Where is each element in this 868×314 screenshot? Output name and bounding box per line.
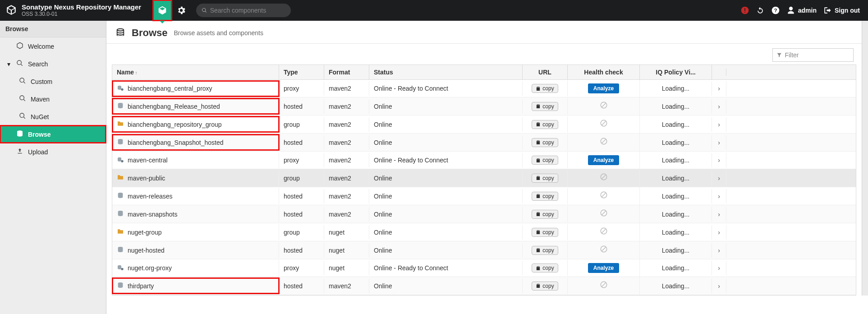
sidebar-item-maven[interactable]: Maven bbox=[0, 90, 106, 108]
repo-name: maven-central bbox=[128, 157, 168, 164]
column-header[interactable]: URL bbox=[523, 65, 568, 79]
repo-group-icon bbox=[117, 174, 124, 182]
row-expand-chevron[interactable]: › bbox=[712, 243, 726, 258]
table-row[interactable]: maven-snapshotshostedmaven2OnlinecopyLoa… bbox=[112, 205, 856, 223]
copy-url-button[interactable]: copy bbox=[532, 84, 558, 93]
nav-admin-button[interactable] bbox=[172, 0, 191, 21]
copy-url-button[interactable]: copy bbox=[532, 246, 558, 255]
repo-status: Online bbox=[369, 279, 523, 293]
column-header[interactable]: Name↑ bbox=[112, 65, 279, 79]
column-header[interactable]: Status bbox=[369, 65, 523, 79]
copy-url-button[interactable]: copy bbox=[532, 210, 558, 219]
repo-name: nuget-hosted bbox=[128, 247, 165, 254]
copy-url-button[interactable]: copy bbox=[532, 263, 558, 272]
row-expand-chevron[interactable]: › bbox=[712, 171, 726, 185]
clipboard-icon bbox=[536, 212, 541, 217]
sort-asc-icon: ↑ bbox=[135, 70, 138, 75]
column-header[interactable]: Health check bbox=[568, 65, 640, 79]
table-row[interactable]: bianchengbang_Release_hostedhostedmaven2… bbox=[112, 97, 856, 115]
analyze-button[interactable]: Analyze bbox=[588, 263, 619, 273]
table-row[interactable]: maven-releaseshostedmaven2OnlinecopyLoad… bbox=[112, 187, 856, 205]
row-expand-chevron[interactable]: › bbox=[712, 99, 726, 114]
repo-name: nuget.org-proxy bbox=[128, 264, 172, 272]
table-row[interactable]: maven-centralproxymaven2Online - Ready t… bbox=[112, 152, 856, 169]
table-row[interactable]: maven-publicgroupmaven2OnlinecopyLoading… bbox=[112, 169, 856, 187]
copy-url-button[interactable]: copy bbox=[532, 282, 558, 291]
row-expand-chevron[interactable]: › bbox=[712, 261, 726, 275]
scrollbar[interactable] bbox=[862, 21, 868, 296]
repo-hosted-icon bbox=[117, 210, 124, 218]
sidebar-item-custom[interactable]: Custom bbox=[0, 73, 106, 90]
table-row[interactable]: bianchengbang_central_proxyproxymaven2On… bbox=[112, 80, 856, 97]
repo-status: Online bbox=[369, 207, 523, 222]
repo-type: hosted bbox=[279, 189, 324, 203]
table-row[interactable]: nuget-hostedhostednugetOnlinecopyLoading… bbox=[112, 241, 856, 259]
copy-url-button[interactable]: copy bbox=[532, 156, 558, 165]
row-expand-chevron[interactable]: › bbox=[712, 189, 726, 203]
nav-browse-button[interactable] bbox=[153, 0, 172, 21]
user-label: admin bbox=[798, 7, 817, 14]
filter-box[interactable] bbox=[772, 48, 854, 62]
repo-proxy-icon bbox=[117, 84, 124, 93]
table-row[interactable]: bianchengbang_Snapshot_hostedhostedmaven… bbox=[112, 134, 856, 152]
analyze-button[interactable]: Analyze bbox=[588, 155, 619, 165]
not-available-icon bbox=[600, 246, 608, 255]
svg-line-18 bbox=[602, 175, 606, 179]
table-row[interactable]: bianchengbang_repository_groupgroupmaven… bbox=[112, 115, 856, 134]
help-icon[interactable]: ? bbox=[771, 6, 780, 15]
signout-button[interactable]: Sign out bbox=[823, 6, 860, 15]
copy-url-button[interactable]: copy bbox=[532, 102, 558, 111]
not-available-icon bbox=[600, 102, 608, 111]
column-header[interactable]: IQ Policy Vi... bbox=[640, 65, 712, 79]
repo-format: maven2 bbox=[324, 99, 369, 114]
upload-icon bbox=[16, 148, 23, 156]
table-row[interactable]: thirdpartyhostedmaven2OnlinecopyLoading.… bbox=[112, 277, 856, 295]
not-available-icon bbox=[600, 174, 608, 183]
column-header[interactable]: Format bbox=[324, 65, 369, 79]
repo-name: thirdparty bbox=[128, 282, 154, 290]
copy-url-button[interactable]: copy bbox=[532, 138, 558, 147]
alert-icon[interactable] bbox=[740, 6, 749, 15]
column-header[interactable]: Type bbox=[279, 65, 324, 79]
sidebar-section-label: Browse bbox=[0, 21, 106, 37]
sidebar-item-welcome[interactable]: Welcome bbox=[0, 37, 106, 55]
repo-hosted-icon bbox=[117, 282, 124, 290]
sidebar-item-label: Maven bbox=[31, 96, 50, 103]
repo-group-icon bbox=[117, 120, 124, 129]
row-expand-chevron[interactable]: › bbox=[712, 225, 726, 240]
clipboard-icon bbox=[536, 175, 541, 180]
repo-name: maven-releases bbox=[128, 193, 173, 200]
table-row[interactable]: nuget-groupgroupnugetOnlinecopyLoading..… bbox=[112, 223, 856, 241]
sidebar-item-upload[interactable]: Upload bbox=[0, 143, 106, 161]
copy-url-button[interactable]: copy bbox=[532, 192, 558, 201]
copy-url-button[interactable]: copy bbox=[532, 120, 558, 129]
svg-line-14 bbox=[602, 139, 606, 143]
repo-status: Online bbox=[369, 243, 523, 258]
row-expand-chevron[interactable]: › bbox=[712, 153, 726, 167]
svg-line-9 bbox=[602, 103, 606, 107]
row-expand-chevron[interactable]: › bbox=[712, 135, 726, 150]
row-expand-chevron[interactable]: › bbox=[712, 117, 726, 132]
user-menu[interactable]: admin bbox=[786, 6, 817, 15]
sidebar-item-nuget[interactable]: NuGet bbox=[0, 108, 106, 125]
row-expand-chevron[interactable]: › bbox=[712, 279, 726, 293]
caret-icon: ▾ bbox=[7, 60, 12, 68]
search-box[interactable] bbox=[196, 4, 291, 17]
row-expand-chevron[interactable]: › bbox=[712, 207, 726, 222]
analyze-button[interactable]: Analyze bbox=[588, 83, 619, 93]
table-row[interactable]: nuget.org-proxyproxynugetOnline - Ready … bbox=[112, 259, 856, 277]
sidebar-item-search[interactable]: ▾Search bbox=[0, 55, 106, 73]
clipboard-icon bbox=[536, 104, 541, 109]
repo-name: bianchengbang_repository_group bbox=[128, 121, 222, 128]
filter-input[interactable] bbox=[785, 51, 850, 59]
copy-url-button[interactable]: copy bbox=[532, 174, 558, 183]
svg-line-21 bbox=[602, 193, 606, 197]
repo-format: maven2 bbox=[324, 171, 369, 185]
sidebar-item-browse[interactable]: Browse bbox=[0, 125, 106, 143]
refresh-icon[interactable] bbox=[756, 6, 765, 15]
copy-url-button[interactable]: copy bbox=[532, 228, 558, 237]
search-input[interactable] bbox=[210, 7, 285, 14]
repo-group-icon bbox=[117, 228, 124, 236]
search-icon bbox=[19, 95, 26, 103]
row-expand-chevron[interactable]: › bbox=[712, 81, 726, 96]
